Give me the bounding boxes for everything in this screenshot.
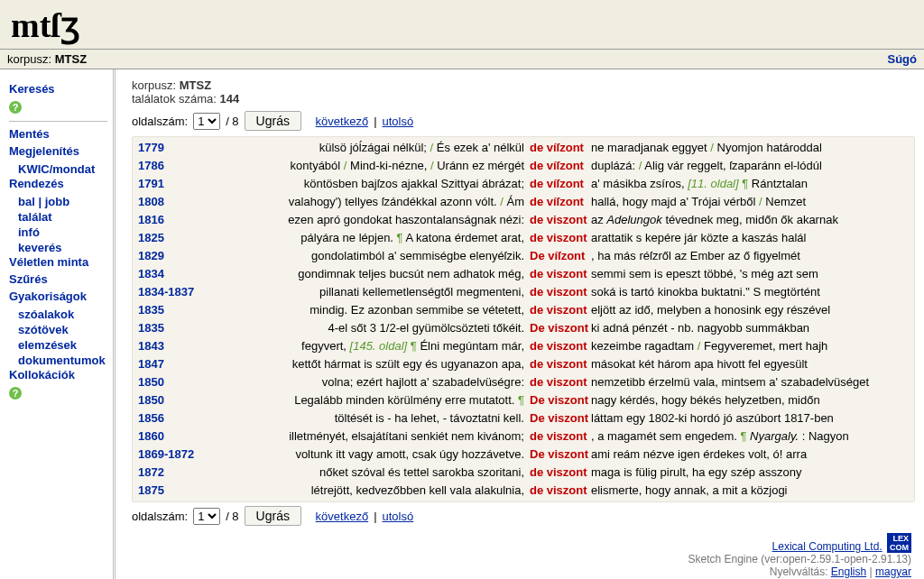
go-button[interactable]: Ugrás	[245, 506, 301, 526]
concordance-row[interactable]: 1786kontyából / Mind-ki-nézne, / Uránn e…	[138, 157, 909, 175]
nav-freq-forms[interactable]: szóalakok	[9, 307, 107, 322]
concordance-row[interactable]: 1808valahogy') tellyes ſzándékkal azonn …	[138, 193, 909, 211]
row-left: mindig. Ez azonban semmibe se vétetett,	[207, 302, 524, 318]
page-select[interactable]: 1	[193, 508, 220, 525]
row-year[interactable]: 1850	[138, 392, 207, 409]
row-year[interactable]: 1847	[138, 356, 207, 372]
help-icon[interactable]: ?	[9, 387, 22, 400]
row-left: külsö jóĺzágai nélkül; / És ezek a' nélk…	[207, 140, 524, 156]
row-left: pályára ne lépjen. ¶ A katona érdemet ar…	[207, 230, 524, 246]
nav-sort-leftright[interactable]: bal | jobb	[9, 194, 107, 209]
nav-freq-docs[interactable]: dokumentumok	[9, 353, 107, 368]
concordance-row[interactable]: 1779külsö jóĺzágai nélkül; / És ezek a' …	[138, 139, 909, 157]
concordance-row[interactable]: 1829gondolatimból a' semmiségbe elenyéſz…	[138, 247, 909, 265]
row-keyword: de viszont	[524, 464, 591, 481]
help-link[interactable]: Súgó	[888, 52, 918, 66]
results: 1779külsö jóĺzágai nélkül; / És ezek a' …	[132, 136, 915, 502]
row-year[interactable]: 1843	[138, 338, 207, 354]
concordance-row[interactable]: 1856töltését is - ha lehet, - távoztatni…	[138, 409, 909, 427]
concordance-row[interactable]: 1850Legalább minden körülmény erre mutat…	[138, 391, 909, 409]
row-left: pillanati kellemetlenségtől megmenteni,	[207, 284, 524, 300]
row-right: másokat két három apa hivott fel egyesül…	[591, 356, 909, 372]
row-year[interactable]: 1875	[138, 482, 207, 499]
nav-colloc[interactable]: Kollokációk	[9, 368, 107, 381]
row-year[interactable]: 1860	[138, 428, 207, 445]
row-keyword: de viszont	[524, 284, 591, 300]
row-year[interactable]: 1816	[138, 212, 207, 228]
pager-top: oldalszám: 1 / 8 Ugrás következő | utols…	[132, 111, 915, 131]
row-right: semmi sem is epeszt többé, 's még azt se…	[591, 266, 909, 282]
nav-display[interactable]: Megjelenítés	[9, 144, 107, 158]
row-year[interactable]: 1829	[138, 248, 207, 264]
nav-freq-lemmas[interactable]: szótövek	[9, 322, 107, 337]
nav-sort-shuffle[interactable]: keverés	[9, 240, 107, 255]
concordance-row[interactable]: 1816ezen apró gondokat haszontalanságnak…	[138, 211, 909, 229]
last-link[interactable]: utolsó	[383, 115, 414, 128]
row-left: valahogy') tellyes ſzándékkal azonn vólt…	[207, 194, 524, 210]
nav-sort-hit[interactable]: találat	[9, 209, 107, 225]
lang-magyar[interactable]: magyar	[875, 565, 911, 578]
next-link[interactable]: következő	[316, 510, 369, 523]
concordance-row[interactable]: 1791köntösben bajſzos ajakkal Szittyai á…	[138, 175, 909, 193]
concordance-row[interactable]: 1825pályára ne lépjen. ¶ A katona érdeme…	[138, 229, 909, 247]
engine-version: Sketch Engine (ver:open-2.59.1-open-2.91…	[688, 553, 912, 565]
row-keyword: de viszont	[524, 212, 591, 228]
concordance-row[interactable]: 1834gondimnak teljes bucsút nem adhatok …	[138, 265, 909, 283]
last-link[interactable]: utolsó	[383, 510, 414, 523]
company-link[interactable]: Lexical Computing Ltd.	[772, 540, 882, 553]
go-button[interactable]: Ugrás	[245, 111, 301, 131]
concordance-row[interactable]: 1875létrejött, kedvezőbben kell vala ala…	[138, 482, 909, 500]
concordance-row[interactable]: 1850volna; ezért hajlott a' szabadelvüsé…	[138, 373, 909, 391]
nav-filter[interactable]: Szűrés	[9, 272, 107, 286]
concordance-row[interactable]: 18354-el sőt 3 1/2-el gyümölcsözteti tők…	[138, 319, 909, 337]
nav-search[interactable]: Keresés	[9, 82, 107, 96]
row-year[interactable]: 1872	[138, 464, 207, 481]
row-keyword: De viszont	[524, 446, 591, 463]
row-year[interactable]: 1779	[138, 140, 207, 156]
row-keyword: De viszont	[524, 410, 591, 427]
concordance-row[interactable]: 1869-1872voltunk itt vagy amott, csak úg…	[138, 446, 909, 464]
nav-save[interactable]: Mentés	[9, 127, 107, 141]
row-year[interactable]: 1834-1837	[138, 284, 207, 300]
nav-freq-tags[interactable]: elemzések	[9, 337, 107, 353]
row-year[interactable]: 1834	[138, 266, 207, 282]
concordance-row[interactable]: 1835mindig. Ez azonban semmibe se vétete…	[138, 301, 909, 319]
concordance-row[interactable]: 1872nőket szóval és tettel sarokba szori…	[138, 464, 909, 482]
row-keyword: de víſzont	[524, 158, 591, 174]
row-keyword: de víſzont	[524, 140, 591, 156]
row-year[interactable]: 1791	[138, 176, 207, 192]
nav-kwic[interactable]: KWIC/mondat	[9, 161, 107, 177]
row-right: a' másikba zsíros, [11. oldal] ¶ Rántzta…	[591, 176, 909, 192]
footer: Lexical Computing Ltd. LEXCOM Sketch Eng…	[132, 533, 915, 578]
row-year[interactable]: 1856	[138, 410, 207, 427]
row-year[interactable]: 1825	[138, 230, 207, 246]
row-right: láttam egy 1802-ki hordó jó aszúbort 181…	[591, 410, 909, 427]
page-of: / 8	[226, 115, 238, 128]
row-keyword: de viszont	[524, 374, 591, 391]
row-keyword: de viszont	[524, 338, 591, 354]
row-right: az Adelungok tévednek meg, midőn ők akar…	[591, 212, 909, 228]
row-year[interactable]: 1850	[138, 374, 207, 391]
row-year[interactable]: 1835	[138, 320, 207, 336]
nav-freq[interactable]: Gyakoriságok	[9, 290, 107, 303]
nav-sort[interactable]: Rendezés	[9, 177, 107, 190]
help-icon[interactable]: ?	[9, 101, 22, 114]
row-year[interactable]: 1835	[138, 302, 207, 318]
row-year[interactable]: 1786	[138, 158, 207, 174]
page-select[interactable]: 1	[193, 113, 220, 130]
concordance-row[interactable]: 1834-1837pillanati kellemetlenségtől meg…	[138, 283, 909, 301]
nav-sort-info[interactable]: infó	[9, 225, 107, 240]
row-keyword: de víſzont	[524, 194, 591, 210]
corpus-label: korpusz:	[7, 52, 51, 66]
nav-sample[interactable]: Véletlen minta	[9, 255, 107, 269]
row-right: , ha más réſzről az Ember az ő figyelmét	[591, 248, 909, 264]
lang-english[interactable]: English	[831, 565, 866, 578]
lang-label: Nyelvváltás:	[770, 565, 828, 578]
concordance-row[interactable]: 1860illetményét, elsajátítani senkiét ne…	[138, 427, 909, 446]
concordance-row[interactable]: 1843fegyvert, [145. oldal] ¶ Élni megúnt…	[138, 337, 909, 355]
concordance-row[interactable]: 1847kettőt hármat is szült egy és ugyana…	[138, 355, 909, 373]
row-year[interactable]: 1869-1872	[138, 446, 207, 463]
row-year[interactable]: 1808	[138, 194, 207, 210]
row-left: töltését is - ha lehet, - távoztatni kel…	[207, 410, 524, 427]
next-link[interactable]: következő	[316, 115, 369, 128]
